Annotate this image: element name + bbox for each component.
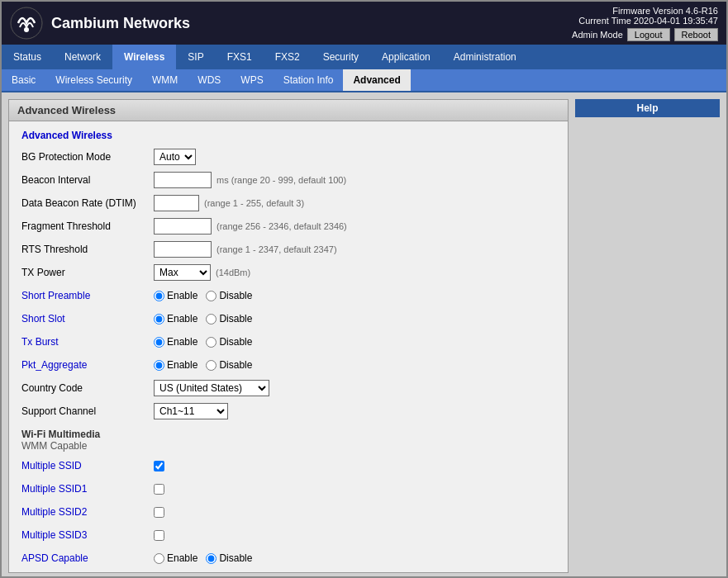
- multiple-ssid3-checkbox[interactable]: [154, 530, 164, 541]
- beacon-interval-label: Beacon Interval: [21, 174, 154, 186]
- multiple-ssid1-label: Multiple SSID1: [21, 483, 154, 495]
- short-slot-label: Short Slot: [21, 313, 154, 325]
- firmware-version: Firmware Version 4.6-R16: [572, 6, 718, 16]
- tx-power-hint: (14dBm): [216, 268, 250, 277]
- wifi-multimedia-title: Wi-Fi Multimedia: [21, 429, 555, 440]
- logout-button[interactable]: Logout: [627, 28, 670, 41]
- sub-tab-basic[interactable]: Basic: [2, 69, 45, 91]
- tx-power-select[interactable]: MaxHighMediumLow: [154, 264, 211, 281]
- apsd-disable[interactable]: Disable: [206, 552, 252, 564]
- apsd-capable-label: APSD Capable: [21, 552, 154, 564]
- beacon-interval-row: Beacon Interval 100 ms (range 20 - 999, …: [21, 171, 555, 189]
- nav-tab-wireless[interactable]: Wireless: [112, 45, 176, 69]
- logo-area: Cambium Networks: [10, 7, 190, 40]
- tx-burst-label: Tx Burst: [21, 336, 154, 348]
- pkt-aggregate-disable[interactable]: Disable: [206, 359, 252, 371]
- support-channel-select[interactable]: Ch1~11: [154, 403, 228, 419]
- pkt-aggregate-row: Pkt_Aggregate Enable Disable: [21, 356, 555, 374]
- rts-threshold-input[interactable]: 2347: [154, 241, 212, 258]
- bg-protection-label: BG Protection Mode: [21, 151, 154, 163]
- fragment-threshold-label: Fragment Threshold: [21, 220, 154, 232]
- multiple-ssid1-checkbox[interactable]: [154, 484, 164, 495]
- multiple-ssid1-row: Multiple SSID1: [21, 480, 555, 498]
- multiple-ssid2-label: Multiple SSID2: [21, 506, 154, 518]
- pkt-aggregate-enable[interactable]: Enable: [154, 359, 197, 371]
- data-beacon-hint: (range 1 - 255, default 3): [204, 198, 304, 208]
- sub-nav: Basic Wireless Security WMM WDS WPS Stat…: [2, 69, 726, 92]
- tx-burst-disable[interactable]: Disable: [206, 336, 252, 348]
- bg-protection-select[interactable]: AutoOnOff: [154, 149, 196, 165]
- logo-text: Cambium Networks: [51, 15, 190, 32]
- nav-tab-security[interactable]: Security: [312, 45, 370, 69]
- sub-tab-wireless-security[interactable]: Wireless Security: [45, 69, 142, 91]
- country-code-row: Country Code US (United States): [21, 379, 555, 397]
- fragment-threshold-input[interactable]: 2346: [154, 218, 212, 235]
- data-beacon-input[interactable]: 3: [154, 195, 199, 211]
- wmm-capable-label: WMM Capable: [21, 440, 555, 452]
- multiple-ssid-row: Multiple SSID: [21, 457, 555, 475]
- nav-tab-network[interactable]: Network: [53, 45, 112, 69]
- fragment-threshold-hint: (range 256 - 2346, default 2346): [216, 221, 347, 231]
- sub-tab-wps[interactable]: WPS: [231, 69, 273, 91]
- help-panel: Help: [575, 99, 720, 573]
- apsd-capable-row: APSD Capable Enable Disable: [21, 549, 555, 567]
- short-slot-row: Short Slot Enable Disable: [21, 310, 555, 328]
- sub-tab-station-info[interactable]: Station Info: [274, 69, 344, 91]
- logo-icon: [10, 7, 43, 40]
- multiple-ssid-label: Multiple SSID: [21, 460, 154, 471]
- nav-tab-fxs1[interactable]: FXS1: [216, 45, 264, 69]
- beacon-interval-hint: ms (range 20 - 999, default 100): [216, 175, 346, 185]
- multiple-ssid3-row: Multiple SSID3: [21, 526, 555, 544]
- sub-tab-wmm[interactable]: WMM: [142, 69, 188, 91]
- rts-threshold-hint: (range 1 - 2347, default 2347): [216, 244, 337, 254]
- main-nav: Status Network Wireless SIP FXS1 FXS2 Se…: [2, 45, 726, 69]
- reboot-header-button[interactable]: Reboot: [674, 28, 718, 41]
- short-preamble-disable[interactable]: Disable: [206, 290, 252, 301]
- short-preamble-label: Short Preamble: [21, 290, 154, 301]
- beacon-interval-input[interactable]: 100: [154, 172, 212, 188]
- nav-tab-fxs2[interactable]: FXS2: [264, 45, 312, 69]
- tx-power-row: TX Power MaxHighMediumLow (14dBm): [21, 263, 555, 282]
- header-right: Firmware Version 4.6-R16 Current Time 20…: [572, 6, 718, 41]
- apsd-enable[interactable]: Enable: [154, 552, 197, 564]
- country-code-label: Country Code: [21, 382, 154, 394]
- main-panel: Advanced Wireless Advanced Wireless BG P…: [8, 99, 569, 573]
- svg-point-1: [24, 27, 29, 32]
- nav-tab-status[interactable]: Status: [2, 45, 53, 69]
- help-header: Help: [575, 99, 720, 117]
- nav-tab-sip[interactable]: SIP: [176, 45, 215, 69]
- short-slot-enable[interactable]: Enable: [154, 313, 197, 325]
- section-title: Advanced Wireless: [21, 130, 555, 141]
- sub-tab-wds[interactable]: WDS: [188, 69, 231, 91]
- short-preamble-enable[interactable]: Enable: [154, 290, 197, 301]
- panel-title: Advanced Wireless: [9, 100, 568, 121]
- sub-tab-advanced[interactable]: Advanced: [343, 69, 410, 91]
- nav-tab-administration[interactable]: Administration: [442, 45, 528, 69]
- panel-content: Advanced Wireless BG Protection Mode Aut…: [9, 121, 568, 572]
- nav-tab-application[interactable]: Application: [370, 45, 442, 69]
- fragment-threshold-row: Fragment Threshold 2346 (range 256 - 234…: [21, 217, 555, 235]
- multiple-ssid3-label: Multiple SSID3: [21, 529, 154, 541]
- tx-burst-enable[interactable]: Enable: [154, 336, 197, 348]
- multiple-ssid-checkbox[interactable]: [154, 461, 164, 471]
- multiple-ssid2-row: Multiple SSID2: [21, 503, 555, 521]
- bg-protection-row: BG Protection Mode AutoOnOff: [21, 148, 555, 166]
- support-channel-label: Support Channel: [21, 405, 154, 417]
- wifi-multimedia-section: Wi-Fi Multimedia WMM Capable: [21, 429, 555, 452]
- rts-threshold-label: RTS Threshold: [21, 244, 154, 255]
- pkt-aggregate-label: Pkt_Aggregate: [21, 359, 154, 371]
- tx-power-label: TX Power: [21, 267, 154, 278]
- current-time: Current Time 2020-04-01 19:35:47: [572, 16, 718, 26]
- data-beacon-row: Data Beacon Rate (DTIM) 3 (range 1 - 255…: [21, 194, 555, 212]
- support-channel-row: Support Channel Ch1~11: [21, 402, 555, 420]
- data-beacon-label: Data Beacon Rate (DTIM): [21, 197, 154, 209]
- country-code-select[interactable]: US (United States): [154, 380, 269, 396]
- rts-threshold-row: RTS Threshold 2347 (range 1 - 2347, defa…: [21, 240, 555, 258]
- short-slot-disable[interactable]: Disable: [206, 313, 252, 325]
- multiple-ssid2-checkbox[interactable]: [154, 507, 164, 518]
- short-preamble-row: Short Preamble Enable Disable: [21, 287, 555, 305]
- admin-mode-label: Admin Mode: [572, 30, 623, 40]
- tx-burst-row: Tx Burst Enable Disable: [21, 333, 555, 351]
